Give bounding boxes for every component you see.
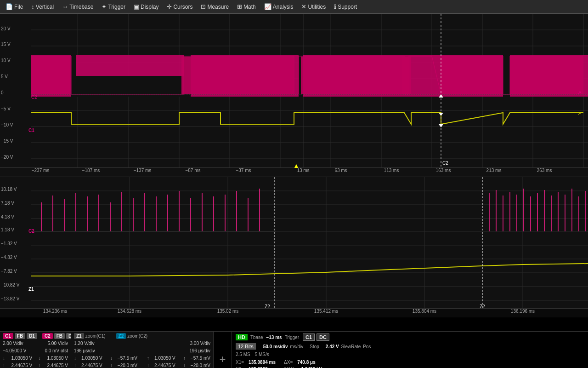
top-grid: C2 ↗ ↗ C2 xyxy=(0,14,588,177)
menu-vertical[interactable]: ↕ Vertical xyxy=(28,2,57,12)
trigger-dc-badge: DC xyxy=(317,334,329,341)
c1-d1-badge: D1 xyxy=(27,333,37,339)
top-waveform[interactable]: C2 ↗ ↗ C2 20 V 15 V 10 V 5 V 0 −5 V −10 … xyxy=(0,14,588,177)
c2-v1: 1.03050 V xyxy=(47,355,68,362)
measure-icon: ⊡ xyxy=(201,3,206,10)
x-axis-top: −237 ms −187 ms −137 ms −87 ms −37 ms 13… xyxy=(0,167,588,176)
y-label-20v: 20 V xyxy=(1,27,11,31)
menu-cursors[interactable]: ✛ Cursors xyxy=(163,2,196,12)
utilities-icon: ✕ xyxy=(301,3,306,10)
z1-v1: 1.03050 V xyxy=(81,355,102,362)
c1-vdiv: 2.00 V/div xyxy=(3,340,23,347)
svg-text:↗: ↗ xyxy=(577,111,581,116)
right-info-panel: HD Tbase −13 ms Trigger C1 DC 12 Bits 50… xyxy=(232,332,374,368)
menu-analysis[interactable]: 📈 Analysis xyxy=(260,2,297,12)
c2-arrow1: ↓ xyxy=(39,355,41,362)
c2-v2: 2.44675 V xyxy=(47,362,68,368)
svg-text:C2: C2 xyxy=(442,161,448,166)
x-label-113: 113 ms xyxy=(384,168,399,173)
hd-badge: HD xyxy=(236,334,248,340)
bottom-waveform[interactable]: Z1 C2 Z2 Z2 10.18 V 7.18 V 4.18 V 1.18 V… xyxy=(0,177,588,317)
file-icon: 📄 xyxy=(6,3,13,10)
y-label-m15v: −15 V xyxy=(1,139,13,144)
menu-measure[interactable]: ⊡ Measure xyxy=(197,2,232,12)
y-label-m182: −1.82 V xyxy=(1,242,17,246)
z1-dv1: −57.5 mV xyxy=(118,355,137,362)
trigger-marker-top: ▲ xyxy=(293,162,300,169)
y-label-m20v: −20 V xyxy=(1,155,13,160)
x-label-m137: −137 ms xyxy=(134,168,152,173)
timebase-icon: ↔ xyxy=(62,3,68,10)
svg-rect-28 xyxy=(181,57,294,94)
svg-rect-31 xyxy=(441,57,503,94)
x-label-m87: −87 ms xyxy=(185,168,200,173)
menu-file[interactable]: 📄 File xyxy=(2,2,27,12)
c2-offset: 0.0 mV ofst xyxy=(45,347,68,355)
bits-badge: 12 Bits xyxy=(236,343,256,350)
menu-timebase[interactable]: ↔ Timebase xyxy=(58,2,97,12)
c1-badge-top: C1 xyxy=(28,128,34,133)
y-label-m10v: −10 V xyxy=(1,123,13,127)
x-label-135412: 135.412 ms xyxy=(314,309,338,314)
y-label-0v: 0 xyxy=(1,91,4,95)
tbase-label: Tbase −13 ms xyxy=(250,335,282,340)
analysis-icon: 📈 xyxy=(264,3,271,10)
z-box: Z1 zoom(C1) Z2 zoom(C2) 1.20 V/div 3.00 … xyxy=(71,332,214,368)
stop-info: Stop xyxy=(310,344,319,349)
add-channel-button[interactable]: + xyxy=(214,332,232,368)
c2-arrow2: ↑ xyxy=(39,362,41,368)
menu-math[interactable]: ⊞ Math xyxy=(233,2,260,12)
x-label-m237: −237 ms xyxy=(32,168,50,173)
y-label-10v: 10 V xyxy=(1,58,11,63)
svg-rect-25 xyxy=(503,55,510,97)
z1-vdiv: 1.20 V/div xyxy=(74,340,94,347)
menu-display[interactable]: ▣ Display xyxy=(130,2,162,12)
y-label-m482: −4.82 V xyxy=(1,255,17,260)
x-label-m187: −187 ms xyxy=(82,168,100,173)
bot-grid: Z1 C2 Z2 Z2 xyxy=(0,177,588,317)
c1-v2: 2.44675 V xyxy=(11,362,33,368)
z1-zoom-label: zoom(C1) xyxy=(85,334,106,339)
c2-badge-bot: C2 xyxy=(28,229,34,234)
c2-label-status: C2 xyxy=(42,333,53,339)
vertical-icon: ↕ xyxy=(31,3,34,10)
svg-rect-30 xyxy=(402,57,411,94)
c1-fb-badge: FB xyxy=(15,333,25,339)
x-axis-bot: 134.236 ms 134.628 ms 135.02 ms 135.412 … xyxy=(0,308,588,317)
svg-rect-29 xyxy=(301,57,409,94)
y-label-5v: 5 V xyxy=(1,75,8,79)
z2-v2: 2.44675 V xyxy=(154,362,175,368)
x-label-63: 63 ms xyxy=(334,168,347,173)
x-label-13502: 135.02 ms xyxy=(217,309,239,314)
trigger-info: Trigger C1 DC xyxy=(285,334,329,341)
y-label-m1382: −13.82 V xyxy=(1,297,19,301)
z2-label: Z2 xyxy=(116,333,126,339)
c1-arrow1: ↓ xyxy=(3,355,5,362)
c2-vdiv: 5.00 V/div xyxy=(48,340,68,347)
z2-v1: 1.03050 V xyxy=(154,355,175,362)
svg-text:C2: C2 xyxy=(31,95,37,100)
svg-rect-26 xyxy=(71,76,184,97)
c2-fb-badge: FB xyxy=(54,333,65,339)
trigger-c1-badge: C1 xyxy=(303,334,315,341)
svg-rect-27 xyxy=(31,57,70,94)
z2-dv1: −57.5 mV xyxy=(191,355,210,362)
y-label-118: 1.18 V xyxy=(1,228,14,232)
z1-dv2: −20.0 mV xyxy=(118,362,137,368)
x-label-134236: 134.236 ms xyxy=(43,309,67,314)
x-label-134628: 134.628 ms xyxy=(118,309,141,314)
z2-vdiv: 3.00 V/div xyxy=(190,340,210,347)
c1-v1: 1.03050 V xyxy=(11,355,33,362)
z1-v2: 2.44675 V xyxy=(81,362,102,368)
y-label-718: 7.18 V xyxy=(1,201,14,206)
y-label-m782: −7.82 V xyxy=(1,269,17,274)
menu-trigger[interactable]: ✦ Trigger xyxy=(98,2,129,12)
math-icon: ⊞ xyxy=(237,3,242,10)
svg-text:↗: ↗ xyxy=(577,90,581,95)
display-icon: ▣ xyxy=(134,3,139,10)
menu-utilities[interactable]: ✕ Utilities xyxy=(298,2,329,12)
y-label-m1082: −10.82 V xyxy=(1,283,19,288)
menu-support[interactable]: ℹ Support xyxy=(330,2,361,12)
c1-label: C1 xyxy=(3,333,13,339)
z1-badge-bot: Z1 xyxy=(28,287,34,292)
